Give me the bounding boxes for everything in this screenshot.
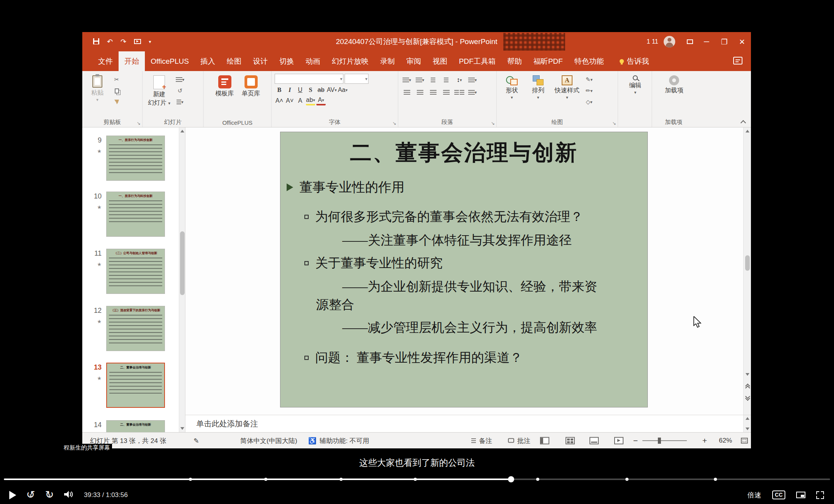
editor-scrollbar[interactable]: [743, 127, 751, 415]
decrease-font-size-button[interactable]: A˅: [285, 96, 294, 105]
tab-insert[interactable]: 插入: [195, 51, 221, 71]
line-spacing-icon[interactable]: ↕▾: [454, 75, 465, 85]
tell-me-button[interactable]: 告诉我: [620, 51, 649, 71]
accessibility-status[interactable]: ♿ 辅助功能: 不可用: [308, 436, 369, 445]
comments-toggle-button[interactable]: 批注: [508, 436, 530, 445]
editing-button[interactable]: 编辑 ▾: [623, 74, 647, 96]
subtitles-cc-button[interactable]: CC: [772, 490, 785, 499]
justify-icon[interactable]: [441, 88, 452, 97]
language-status[interactable]: 简体中文(中国大陆): [240, 436, 297, 445]
zoom-slider[interactable]: [642, 440, 687, 441]
thumbnail-slide-14[interactable]: 14 二、董事会治理与创新: [82, 420, 165, 432]
fullscreen-icon[interactable]: [816, 491, 824, 499]
tab-special-features[interactable]: 特色功能: [569, 51, 610, 71]
text-direction-icon[interactable]: ▾: [467, 75, 478, 85]
decrease-indent-icon[interactable]: [428, 75, 438, 85]
editor-scrollbar-thumb[interactable]: [745, 255, 750, 271]
tab-review[interactable]: 审阅: [401, 51, 427, 71]
mini-player-icon[interactable]: [796, 492, 805, 498]
chapter-dot[interactable]: [625, 478, 628, 481]
clipboard-dialog-launcher-icon[interactable]: ↘: [137, 121, 141, 126]
quick-styles-button[interactable]: A 快速样式 ▾: [552, 74, 582, 106]
thumbnail-slide-10[interactable]: 10 ★ 一、股东行为与科技创新: [82, 192, 165, 237]
scroll-up-icon[interactable]: [180, 130, 184, 132]
collapse-ribbon-icon[interactable]: [741, 119, 746, 124]
thumbnail-scrollbar-thumb[interactable]: [180, 231, 185, 295]
save-icon[interactable]: [93, 38, 99, 46]
notes-scrollbar[interactable]: [743, 415, 751, 432]
slide-canvas[interactable]: 二、董事会治理与创新 董事专业性的作用 为何很多形式完备的董事会依然无法有效治理…: [280, 132, 648, 407]
character-spacing-button[interactable]: AV▾: [327, 85, 337, 95]
shape-outline-icon[interactable]: ✏▾: [584, 87, 594, 95]
format-painter-icon[interactable]: [112, 98, 122, 106]
chapter-dot[interactable]: [264, 478, 267, 481]
tab-view[interactable]: 视图: [427, 51, 453, 71]
font-name-combobox[interactable]: ▾: [275, 74, 343, 84]
bullets-icon[interactable]: ▾: [401, 75, 412, 85]
paragraph-dialog-launcher-icon[interactable]: ↘: [491, 121, 495, 126]
zoom-out-button[interactable]: −: [633, 436, 638, 445]
tab-pdf-tools[interactable]: PDF工具箱: [453, 51, 501, 71]
columns-icon[interactable]: [454, 88, 465, 97]
normal-view-button[interactable]: [540, 437, 549, 444]
increase-font-size-button[interactable]: A˄: [275, 96, 284, 105]
reading-view-button[interactable]: [589, 437, 599, 444]
rewind-5s-button[interactable]: ↺5: [26, 490, 35, 500]
scroll-down-icon[interactable]: [746, 373, 749, 376]
zoom-slider-handle[interactable]: [658, 438, 661, 444]
fit-to-window-icon[interactable]: [741, 438, 748, 443]
progress-playhead[interactable]: [508, 476, 514, 482]
playback-speed-button[interactable]: 倍速: [747, 490, 761, 500]
increase-indent-icon[interactable]: [441, 75, 452, 85]
highlight-color-button[interactable]: ab▾: [306, 96, 315, 105]
paste-button[interactable]: 粘贴 ▾: [85, 74, 109, 106]
scroll-down-icon[interactable]: [180, 427, 184, 430]
convert-to-smartart-icon[interactable]: ▾: [467, 88, 478, 97]
previous-slide-icon[interactable]: [745, 384, 750, 389]
tab-foxit-pdf[interactable]: 福昕PDF: [528, 51, 569, 71]
slideshow-from-start-icon[interactable]: [134, 38, 141, 45]
align-right-icon[interactable]: [428, 88, 438, 97]
zoom-percent[interactable]: 62%: [719, 437, 732, 445]
tab-file[interactable]: 文件: [92, 51, 119, 71]
underline-button[interactable]: U: [296, 85, 305, 95]
slide-sorter-view-button[interactable]: [566, 437, 575, 444]
page-library-button[interactable]: 单页库: [239, 74, 263, 98]
notes-pane[interactable]: 单击此处添加备注: [185, 415, 751, 432]
new-slide-button[interactable]: 新建 幻灯片 ▾: [146, 74, 173, 108]
layout-icon[interactable]: ▾: [175, 75, 185, 84]
font-color-button[interactable]: A▾: [316, 96, 326, 105]
tab-draw[interactable]: 绘图: [221, 51, 247, 71]
chapter-dot[interactable]: [414, 478, 417, 481]
tab-record[interactable]: 录制: [374, 51, 401, 71]
copy-icon[interactable]: [112, 87, 122, 95]
restore-button[interactable]: ❐: [715, 32, 733, 51]
next-slide-icon[interactable]: [745, 395, 750, 399]
text-shadow-button[interactable]: S: [306, 85, 315, 95]
chapter-dot[interactable]: [340, 478, 343, 481]
italic-button[interactable]: I: [285, 85, 294, 95]
thumbnail-slide-12[interactable]: 12 ★ （三）混改背景下的股东行为与创新: [82, 306, 165, 351]
chapter-dot[interactable]: [714, 478, 717, 481]
thumbnail-slide-11[interactable]: 11 ★ （二）公司与创始人管理与创新: [82, 249, 165, 294]
undo-icon[interactable]: ↶: [107, 38, 113, 45]
chapter-dot[interactable]: [189, 478, 192, 481]
font-size-combobox[interactable]: ▾: [345, 74, 369, 84]
forward-5s-button[interactable]: ↻5: [45, 490, 54, 500]
notes-toggle-button[interactable]: 备注: [471, 436, 492, 445]
scroll-up-icon[interactable]: [746, 130, 749, 132]
numbering-icon[interactable]: ▾: [414, 75, 425, 85]
minimize-button[interactable]: ─: [698, 32, 715, 51]
ribbon-display-options-icon[interactable]: [682, 32, 698, 51]
drawing-dialog-launcher-icon[interactable]: ↘: [612, 121, 616, 126]
bold-button[interactable]: B: [275, 85, 284, 95]
cut-icon[interactable]: ✂: [112, 75, 122, 84]
font-dialog-launcher-icon[interactable]: ↘: [392, 121, 396, 126]
section-icon[interactable]: ▾: [175, 98, 185, 106]
slide-editor[interactable]: 二、董事会治理与创新 董事专业性的作用 为何很多形式完备的董事会依然无法有效治理…: [185, 127, 751, 415]
scroll-up-icon[interactable]: [746, 417, 749, 420]
close-button[interactable]: ✕: [733, 32, 751, 51]
arrange-button[interactable]: 排列 ▾: [526, 74, 550, 106]
shapes-button[interactable]: 形状 ▾: [500, 74, 524, 106]
notes-placeholder[interactable]: 单击此处添加备注: [196, 419, 258, 429]
